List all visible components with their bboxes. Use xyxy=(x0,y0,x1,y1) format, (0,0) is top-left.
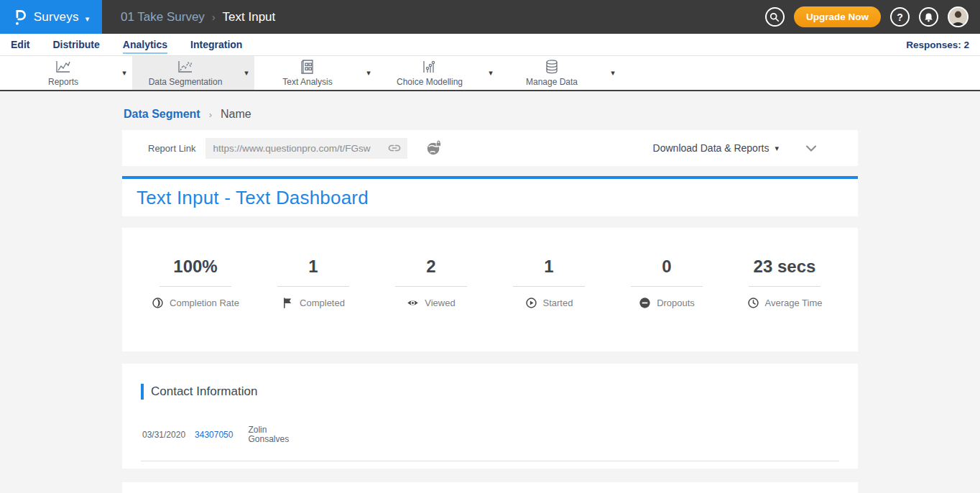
globe-lock-icon[interactable] xyxy=(426,140,442,156)
search-icon xyxy=(769,12,780,22)
toolbar-tab-text-analysis[interactable]: Text Analysis xyxy=(254,56,376,90)
contact-information-card: Contact Information 03/31/2020 34307050 … xyxy=(122,364,858,469)
help-button[interactable]: ? xyxy=(890,7,910,27)
response-date: 03/31/2020 xyxy=(142,430,185,440)
divider xyxy=(141,461,839,461)
page-title: Text Input - Text Dashboard xyxy=(137,187,369,209)
stat-value: 1 xyxy=(490,257,608,277)
breadcrumb: 01 Take Survey › Text Input xyxy=(121,10,275,24)
product-name: Surveys xyxy=(34,10,79,24)
download-data-reports-dropdown[interactable]: Download Data & Reports xyxy=(653,142,779,154)
divider xyxy=(513,286,585,287)
segmentation-chart-icon xyxy=(177,59,194,75)
toolbar-tab-label: Choice Modelling xyxy=(397,77,463,87)
text-grid-icon xyxy=(299,59,316,75)
divider xyxy=(395,286,467,287)
breadcrumb-separator: › xyxy=(209,109,212,120)
toolbar-tab-reports[interactable]: Reports xyxy=(10,56,132,90)
upgrade-now-button[interactable]: Upgrade Now xyxy=(794,6,881,27)
toolbar-tab-label: Reports xyxy=(48,77,78,87)
half-circle-icon xyxy=(152,297,164,309)
toolbar-tab-label: Text Analysis xyxy=(282,77,332,87)
breadcrumb-current-segment: Name xyxy=(221,108,251,121)
stat-label: Completion Rate xyxy=(170,298,239,308)
reports-dropdown-caret[interactable] xyxy=(116,69,132,77)
analytics-toolbar: Reports Data Segmentation Text Analysis … xyxy=(0,55,980,91)
stat-dropouts: 0 Dropouts xyxy=(608,257,726,351)
search-button[interactable] xyxy=(765,7,785,27)
toolbar-tab-data-segmentation[interactable]: Data Segmentation xyxy=(132,56,254,90)
line-chart-icon xyxy=(55,59,72,75)
response-id-link[interactable]: 34307050 xyxy=(195,430,233,440)
respondent-name: Zolin Gonsalves xyxy=(248,425,292,444)
stat-value: 23 secs xyxy=(726,257,843,277)
chevron-down-icon xyxy=(85,11,90,24)
section-heading: Contact Information xyxy=(141,384,839,400)
tab-distribute[interactable]: Distribute xyxy=(52,36,99,54)
database-icon xyxy=(543,59,560,75)
divider xyxy=(277,286,349,287)
report-url-box xyxy=(205,138,407,159)
stat-viewed: 2 Viewed xyxy=(372,257,490,351)
toolbar-tab-label: Manage Data xyxy=(526,77,578,87)
eye-icon xyxy=(407,297,419,309)
avatar-photo xyxy=(949,8,967,26)
clock-icon xyxy=(747,297,759,309)
toolbar-tab-manage-data[interactable]: Manage Data xyxy=(499,56,621,90)
breadcrumb-separator: › xyxy=(212,11,216,23)
chain-link-icon[interactable] xyxy=(387,141,402,155)
product-switcher[interactable]: Surveys xyxy=(0,0,102,34)
scatter-chart-icon xyxy=(421,59,438,75)
collapse-panel-chevron-icon[interactable] xyxy=(806,145,816,152)
next-question-card xyxy=(122,482,858,493)
stat-label: Completed xyxy=(300,298,345,308)
flag-icon xyxy=(282,297,294,309)
tab-edit[interactable]: Edit xyxy=(11,36,29,54)
dashboard-title-card: Text Input - Text Dashboard xyxy=(122,176,858,216)
responses-count[interactable]: Responses: 2 xyxy=(906,40,969,50)
stat-completion-rate: 100% Completion Rate xyxy=(137,257,254,351)
chevron-down-icon xyxy=(775,144,779,152)
minus-circle-icon xyxy=(639,297,651,309)
stat-label: Viewed xyxy=(425,298,455,308)
questionpro-logo xyxy=(13,9,27,26)
report-link-label: Report Link xyxy=(148,143,195,154)
topbar-actions: Upgrade Now ? xyxy=(765,6,980,27)
stat-label: Dropouts xyxy=(657,298,695,308)
report-url-input[interactable] xyxy=(213,143,387,154)
stat-completed: 1 Completed xyxy=(254,257,372,351)
play-circle-icon xyxy=(525,297,537,309)
stat-label: Average Time xyxy=(765,298,823,308)
divider xyxy=(631,286,703,287)
stat-value: 1 xyxy=(254,257,372,277)
manage-data-dropdown-caret[interactable] xyxy=(605,69,621,77)
segment-breadcrumb: Data Segment › Name xyxy=(122,108,858,121)
top-bar: Surveys 01 Take Survey › Text Input Upgr… xyxy=(0,0,980,34)
breadcrumb-current-page: Text Input xyxy=(223,10,276,24)
stat-value: 0 xyxy=(608,257,726,277)
user-avatar[interactable] xyxy=(948,6,969,27)
stat-value: 2 xyxy=(372,257,490,277)
survey-stats-card: 100% Completion Rate 1 Completed xyxy=(122,228,858,351)
report-link-bar: Report Link Download Data & Reports xyxy=(122,130,858,166)
divider xyxy=(160,286,231,287)
tab-integration[interactable]: Integration xyxy=(190,36,242,54)
breadcrumb-data-segment-link[interactable]: Data Segment xyxy=(124,108,200,121)
report-bar-actions: Download Data & Reports xyxy=(653,142,832,154)
toolbar-tab-label: Data Segmentation xyxy=(149,77,223,87)
stat-started: 1 Started xyxy=(490,257,608,351)
breadcrumb-survey-name[interactable]: 01 Take Survey xyxy=(121,10,205,24)
notifications-button[interactable] xyxy=(919,7,938,27)
choice-modelling-dropdown-caret[interactable] xyxy=(483,69,499,77)
survey-section-nav: Edit Distribute Analytics Integration Re… xyxy=(0,34,980,55)
tab-analytics[interactable]: Analytics xyxy=(123,36,167,54)
toolbar-tab-choice-modelling[interactable]: Choice Modelling xyxy=(376,56,499,90)
text-analysis-dropdown-caret[interactable] xyxy=(361,69,376,77)
divider xyxy=(749,286,820,287)
help-icon: ? xyxy=(897,11,903,23)
download-dropdown-label: Download Data & Reports xyxy=(653,142,769,154)
data-segmentation-dropdown-caret[interactable] xyxy=(239,69,254,77)
stat-label: Started xyxy=(543,298,573,308)
stat-average-time: 23 secs Average Time xyxy=(726,257,843,351)
main-content: Data Segment › Name Report Link Download… xyxy=(0,91,980,493)
